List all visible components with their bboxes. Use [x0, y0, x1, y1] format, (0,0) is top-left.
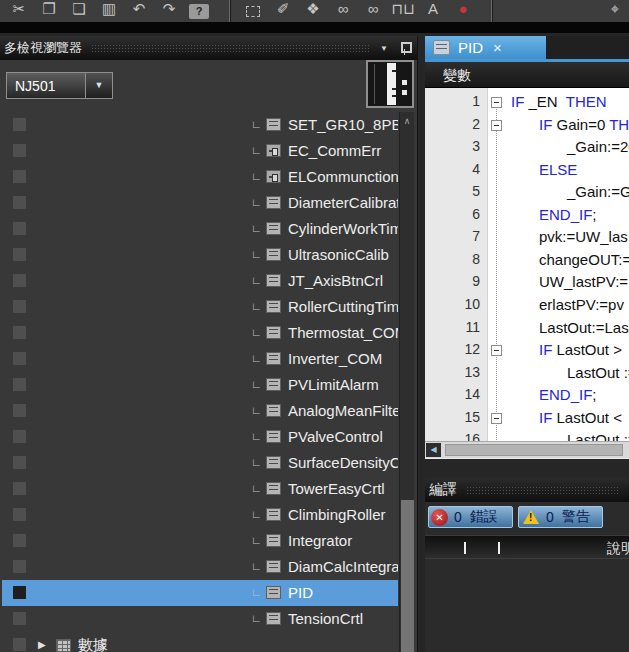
code-line[interactable]: ELSE: [511, 161, 577, 178]
code-line[interactable]: erlastPV:=pv: [511, 296, 624, 313]
variables-section-header[interactable]: 變數: [425, 62, 629, 88]
scrollbar-thumb[interactable]: [445, 444, 623, 456]
code-line[interactable]: pvk:=UW_las: [511, 228, 628, 245]
chevron-down-icon[interactable]: ▼: [85, 73, 112, 98]
tree-item-inverter-com[interactable]: ∟Inverter_COM: [2, 346, 398, 372]
undo-icon[interactable]: ↶: [124, 0, 154, 20]
fold-collapse-icon[interactable]: [491, 97, 502, 108]
controller-selector[interactable]: NJ501 ▼: [6, 72, 113, 99]
close-icon[interactable]: ×: [493, 39, 502, 56]
tree-item-tensioncrtl[interactable]: ∟TensionCrtl: [2, 606, 398, 632]
fold-collapse-icon[interactable]: [491, 413, 502, 424]
delete-icon[interactable]: ▥: [94, 0, 124, 20]
keyword-token: IF: [539, 341, 557, 358]
horizontal-scrollbar[interactable]: ◀: [425, 441, 629, 459]
tree-item-ultrasoniccalib[interactable]: ∟UltrasonicCalib: [2, 242, 398, 268]
warnings-badge[interactable]: 0 警告: [518, 506, 603, 528]
tree-item-diamcalcintegral[interactable]: ∟DiamCalcIntegral: [2, 554, 398, 580]
code-token: _EN: [524, 93, 565, 110]
edit-tool-icon[interactable]: ✐: [268, 0, 298, 20]
package-icon[interactable]: ❖: [298, 0, 328, 20]
search-pointer-icon[interactable]: ⌖: [600, 0, 629, 20]
tree-connector: ∟: [251, 300, 262, 312]
tree-item-surfacedensitycom[interactable]: ∟SurfaceDensityCom: [2, 450, 398, 476]
pin-icon[interactable]: [400, 42, 409, 55]
cut-icon[interactable]: ✂: [4, 0, 34, 20]
st-code-editor[interactable]: 1IF _EN THEN2IF Gain=0 THEN3_Gain:=204EL…: [425, 88, 629, 441]
keyword-token: IF: [539, 409, 557, 426]
scrollbar-thumb[interactable]: [401, 500, 414, 652]
tree-item-set-gr10-8pbe-comod[interactable]: ∟SET_GR10_8PBE_Comod: [2, 112, 398, 138]
code-line[interactable]: LastOut :=: [511, 364, 629, 381]
code-line[interactable]: IF LastOut <: [511, 409, 622, 426]
description-column-header: 說明: [607, 540, 629, 558]
error-icon: ✕: [431, 509, 448, 526]
code-token: LastOut :=: [567, 431, 629, 441]
row-marker: [13, 300, 26, 313]
tree-item-climbingroller[interactable]: ∟ClimbingRoller: [2, 502, 398, 528]
st-program-icon: [266, 378, 281, 391]
code-line[interactable]: changeOUT:=: [511, 251, 629, 268]
panel-menu-caret-icon[interactable]: ▼: [380, 44, 388, 53]
main-toolbar: ✂❐❏▥↶↷? ✐❖∞∞⊓⊔A● ⌖: [0, 0, 629, 22]
expand-arrow-icon[interactable]: ▶: [38, 639, 46, 650]
project-tree: ∟SET_GR10_8PBE_Comod∟EC_CommErr∟ELCommun…: [0, 112, 398, 652]
code-line[interactable]: LastOut:=Las: [511, 319, 629, 336]
tree-item-diametercalibration[interactable]: ∟DiameterCalibration: [2, 190, 398, 216]
watch-window-icon[interactable]: ∞: [328, 0, 358, 20]
pulse-trace-icon[interactable]: ⊓⊔: [388, 0, 418, 20]
fold-collapse-icon[interactable]: [491, 345, 502, 356]
scroll-up-icon[interactable]: ∧: [400, 112, 414, 130]
tree-item-pid[interactable]: ∟PID: [2, 580, 398, 606]
tree-item-rollercuttingtime[interactable]: ∟RollerCuttingTime: [2, 294, 398, 320]
tree-scrollbar[interactable]: ∧: [399, 112, 414, 652]
tree-item-cylinderworktime[interactable]: ∟CylinderWorkTime: [2, 216, 398, 242]
tree-item-analogmeanfilter[interactable]: ∟AnalogMeanFilter: [2, 398, 398, 424]
tab-label: PID: [458, 39, 483, 56]
code-line[interactable]: _Gain:=20: [511, 138, 629, 155]
tree-item-label: Integrator: [288, 532, 352, 549]
row-marker: [13, 456, 26, 469]
code-line[interactable]: UW_lastPV:=: [511, 273, 628, 290]
row-marker: [13, 118, 26, 131]
fold-collapse-icon[interactable]: [491, 120, 502, 131]
tree-item-integrator[interactable]: ∟Integrator: [2, 528, 398, 554]
tree-item-thermostat-com[interactable]: ∟Thermostat_COM: [2, 320, 398, 346]
tree-item-pvlimitalarm[interactable]: ∟PVLimitAlarm: [2, 372, 398, 398]
select-rectangle-icon[interactable]: [246, 6, 260, 17]
code-line[interactable]: IF Gain=0 THEN: [511, 116, 629, 133]
tree-item-elcommunction[interactable]: ∟ELCommunction: [2, 164, 398, 190]
help-icon[interactable]: ?: [189, 4, 209, 19]
tree-item--[interactable]: ▶數據: [2, 632, 398, 652]
tab-pid[interactable]: PID ×: [425, 36, 546, 59]
code-line[interactable]: _Gain:=Ga: [511, 183, 629, 200]
fold-guide-line: [496, 100, 497, 440]
tree-connector: ∟: [251, 404, 262, 416]
code-line[interactable]: END_IF;: [511, 206, 597, 223]
tree-item-label: RollerCuttingTime: [288, 298, 398, 315]
copy-icon[interactable]: ❐: [34, 0, 64, 20]
stop-icon[interactable]: ●: [448, 0, 478, 20]
code-line[interactable]: IF LastOut >: [511, 341, 622, 358]
tree-item-label: JT_AxisBtnCrl: [288, 272, 383, 289]
text-tool-icon[interactable]: A: [418, 0, 448, 20]
tree-item-jt-axisbtncrl[interactable]: ∟JT_AxisBtnCrl: [2, 268, 398, 294]
tree-item-towereasycrtl[interactable]: ∟TowerEasyCrtl: [2, 476, 398, 502]
row-marker: [13, 404, 26, 417]
watch-window-2-icon[interactable]: ∞: [358, 0, 388, 20]
tree-item-ec-commerr[interactable]: ∟EC_CommErr: [2, 138, 398, 164]
data-table-icon: [56, 639, 71, 652]
tree-item-pvalvecontrol[interactable]: ∟PValveControl: [2, 424, 398, 450]
paste-icon[interactable]: ❏: [64, 0, 94, 20]
tree-connector: ∟: [251, 170, 262, 182]
scroll-left-icon[interactable]: ◀: [426, 443, 441, 457]
warning-label: 警告: [562, 508, 590, 526]
redo-icon[interactable]: ↷: [154, 0, 184, 20]
errors-badge[interactable]: ✕ 0 錯誤: [428, 506, 513, 528]
code-line[interactable]: END_IF;: [511, 386, 597, 403]
line-number: 2: [425, 116, 480, 132]
code-line[interactable]: LastOut :=: [511, 431, 629, 441]
code-line[interactable]: IF _EN THEN: [511, 93, 607, 110]
tree-item-label: AnalogMeanFilter: [288, 402, 398, 419]
editor-panel: PID × 變數 1IF _EN THEN2IF Gain=0 THEN3_Ga…: [425, 36, 629, 652]
